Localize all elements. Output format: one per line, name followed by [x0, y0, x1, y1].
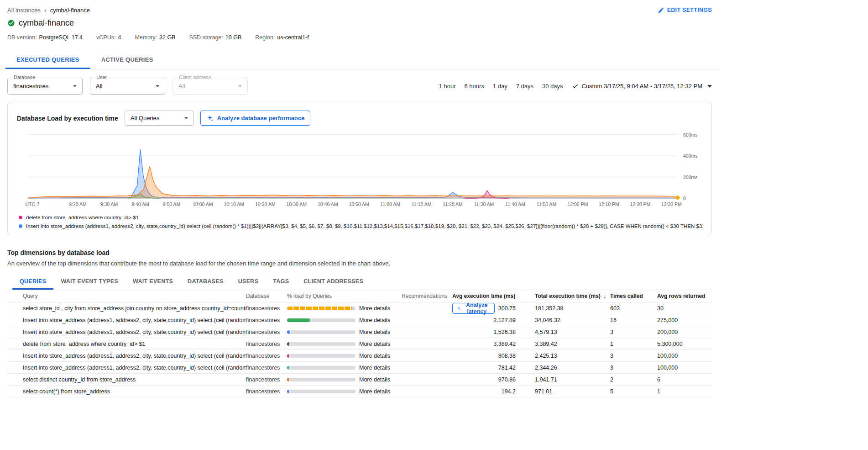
- load-bar: [287, 307, 356, 310]
- filter-row: DatabasefinancestoresUserAllClient addre…: [0, 69, 719, 99]
- load-bar-fill: [287, 342, 289, 346]
- top-dimensions-subtitle: An overview of the top dimensions that c…: [7, 260, 712, 267]
- database-cell: financestores: [246, 341, 287, 347]
- times-called-cell: 3: [610, 353, 657, 359]
- queries-filter-select[interactable]: All Queries: [125, 111, 194, 126]
- more-details-link[interactable]: More details: [359, 317, 390, 323]
- times-called-cell: 5: [610, 388, 657, 395]
- load-cell: More details: [287, 388, 402, 395]
- table-row[interactable]: Insert into store_address (address1, add…: [7, 362, 712, 374]
- legend-label: Insert into store_address (address1, add…: [26, 223, 703, 229]
- load-bar: [287, 378, 356, 381]
- more-details-link[interactable]: More details: [359, 388, 390, 395]
- time-preset-30-days[interactable]: 30 days: [542, 83, 563, 90]
- x-axis-label: 10:50 AM: [349, 201, 369, 207]
- load-bar: [287, 354, 356, 358]
- dim-tab-wait-events[interactable]: WAIT EVENTS: [125, 273, 180, 290]
- avg-exec-cell: 1,526.38: [452, 329, 535, 335]
- query-text: select store_id , city from store_addres…: [23, 305, 246, 312]
- time-preset-1-hour[interactable]: 1 hour: [439, 83, 456, 90]
- meta-value: 32 GB: [159, 34, 175, 41]
- avg-rows-cell: 200,000: [657, 329, 712, 335]
- table-row[interactable]: Insert into store_address (address1, add…: [7, 350, 712, 362]
- meta-value: 4: [118, 34, 121, 41]
- time-preset-6-hours[interactable]: 6 hours: [464, 83, 484, 90]
- filter-value: All: [96, 83, 102, 90]
- meta-label: Region:: [255, 34, 275, 41]
- load-bar-fill: [287, 390, 289, 393]
- legend-item: Insert into store_address (address1, add…: [19, 222, 703, 230]
- table-row[interactable]: select distinct country_id from store_ad…: [7, 374, 712, 386]
- x-axis-label: 12:00 PM: [567, 201, 588, 207]
- more-details-link[interactable]: More details: [359, 365, 390, 371]
- legend-dot: [19, 224, 22, 228]
- load-cell: More details: [287, 376, 402, 383]
- query-text: Insert into store_address (address1, add…: [23, 353, 246, 359]
- load-cell: More details: [287, 317, 402, 323]
- times-called-cell: 3: [610, 365, 657, 371]
- x-axis-label: 9:30 AM: [100, 201, 118, 207]
- tab-executed-queries[interactable]: EXECUTED QUERIES: [5, 51, 90, 69]
- series-area-orange-series: [28, 166, 678, 198]
- database-cell: financestores: [246, 353, 287, 359]
- dim-tab-tags[interactable]: TAGS: [266, 273, 296, 290]
- more-details-link[interactable]: More details: [359, 353, 390, 359]
- table-row[interactable]: Insert into store_address (address1, add…: [7, 314, 712, 326]
- sort-descending-icon[interactable]: ↓: [603, 292, 607, 300]
- meta-label: DB version:: [7, 34, 37, 41]
- database-cell: financestores: [246, 388, 287, 395]
- filter-user[interactable]: UserAll: [90, 78, 165, 95]
- chevron-down-icon: [238, 85, 242, 87]
- table-row[interactable]: delete from store_address where country_…: [7, 338, 712, 350]
- avg-exec-cell: 808.38: [452, 353, 535, 359]
- load-chart[interactable]: 0200ms400ms600msUTC-79:20 AM9:30 AM9:40 …: [17, 131, 704, 211]
- analyze-database-performance-button[interactable]: Analyze database performance: [200, 111, 310, 126]
- dim-tab-users[interactable]: USERS: [231, 273, 266, 290]
- analyze-latency-label: Analyze latency: [464, 302, 490, 315]
- more-details-link[interactable]: More details: [359, 305, 390, 312]
- avg-rows-cell: 100,000: [657, 365, 712, 371]
- analyze-latency-button[interactable]: Analyze latency: [452, 303, 495, 314]
- time-preset-1-day[interactable]: 1 day: [493, 83, 507, 90]
- more-details-link[interactable]: More details: [359, 341, 390, 347]
- table-row[interactable]: select count(*) from store_addressfinanc…: [7, 386, 712, 397]
- custom-time-range[interactable]: Custom 3/17/25, 9:04 AM - 3/17/25, 12:32…: [572, 83, 712, 90]
- dim-tab-wait-event-types[interactable]: WAIT EVENT TYPES: [53, 273, 125, 290]
- x-axis-label: 11:40 AM: [505, 201, 525, 207]
- breadcrumb-all-instances[interactable]: All instances: [7, 7, 41, 14]
- check-icon: [572, 83, 579, 90]
- col-label: Times called: [610, 293, 643, 299]
- filter-database[interactable]: Databasefinancestores: [7, 78, 83, 95]
- x-axis-label: 11:20 AM: [443, 201, 463, 207]
- total-exec-cell: 1,941.71: [535, 376, 610, 383]
- col-query: Query: [23, 293, 246, 299]
- avg-rows-cell: 1: [657, 388, 712, 395]
- table-row[interactable]: select store_id , city from store_addres…: [7, 302, 712, 314]
- times-called-cell: 603: [610, 305, 657, 312]
- breadcrumb-chevron-icon: ›: [44, 6, 47, 14]
- more-details-link[interactable]: More details: [359, 376, 390, 383]
- top-dimensions-section: Top dimensions by database load An overv…: [7, 249, 712, 397]
- col-label: Avg rows returned: [657, 293, 706, 299]
- dim-tab-databases[interactable]: DATABASES: [180, 273, 231, 290]
- database-cell: financestores: [246, 365, 287, 371]
- x-axis-label: 9:50 AM: [163, 201, 181, 207]
- meta-value: PostgreSQL 17.4: [39, 34, 83, 41]
- more-details-link[interactable]: More details: [359, 329, 390, 335]
- filter-client-address: Client addressAll: [173, 78, 248, 95]
- filters: DatabasefinancestoresUserAllClient addre…: [7, 78, 248, 95]
- x-axis-label: 10:00 AM: [193, 201, 213, 207]
- time-preset-7-days[interactable]: 7 days: [516, 83, 533, 90]
- x-axis-label: 12:10 PM: [599, 201, 619, 207]
- series-line-orange-series: [28, 166, 678, 198]
- dim-tab-client-addresses[interactable]: CLIENT ADDRESSES: [296, 273, 371, 290]
- table-row[interactable]: Insert into store_address (address1, add…: [7, 326, 712, 338]
- x-axis-label: 10:20 AM: [255, 201, 275, 207]
- dim-tab-queries[interactable]: QUERIES: [12, 273, 53, 290]
- chevron-down-icon: [707, 85, 712, 88]
- chart-end-marker: [675, 195, 680, 200]
- tab-active-queries[interactable]: ACTIVE QUERIES: [90, 51, 164, 69]
- col-label: Avg execution time (ms): [452, 293, 515, 299]
- y-axis-label: 200ms: [683, 175, 698, 180]
- edit-settings-button[interactable]: EDIT SETTINGS: [658, 7, 712, 14]
